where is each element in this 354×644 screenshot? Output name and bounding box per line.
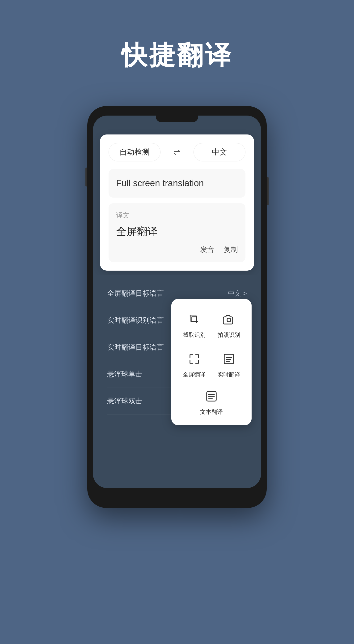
- settings-label-float-double: 悬浮球双击: [107, 396, 143, 406]
- settings-value-fullscreen-target: 中文 >: [228, 289, 247, 298]
- settings-label-realtime-target: 实时翻译目标语言: [107, 342, 164, 352]
- quick-label-camera: 拍照识别: [218, 331, 240, 339]
- quick-item-fullscreen[interactable]: 全屏翻译: [178, 346, 210, 383]
- page-title: 快捷翻译: [121, 38, 233, 73]
- settings-label-fullscreen-target: 全屏翻译目标语言: [107, 288, 164, 298]
- quick-label-crop: 截取识别: [183, 331, 205, 339]
- translation-card: 自动检测 ⇌ 中文 Full screen translation 译文 全屏翻…: [100, 134, 254, 270]
- phone-screen: 自动检测 ⇌ 中文 Full screen translation 译文 全屏翻…: [93, 116, 261, 488]
- copy-button[interactable]: 复制: [224, 245, 238, 254]
- result-label: 译文: [116, 211, 238, 220]
- result-actions: 发音 复制: [116, 245, 238, 254]
- fullscreen-icon: [186, 350, 203, 368]
- phone-btn-right: [267, 177, 269, 205]
- realtime-icon: [220, 350, 237, 368]
- result-area: 译文 全屏翻译 发音 复制: [109, 203, 245, 262]
- svg-rect-2: [224, 354, 234, 364]
- settings-label-float-single: 悬浮球单击: [107, 370, 143, 379]
- text-icon: [203, 388, 220, 405]
- swap-icon[interactable]: ⇌: [170, 147, 184, 157]
- svg-rect-0: [192, 317, 196, 322]
- quick-item-realtime[interactable]: 实时翻译: [213, 346, 245, 383]
- input-text: Full screen translation: [116, 176, 238, 190]
- settings-area: 全屏翻译目标语言 中文 > 实时翻译识别语言 实时翻译目标语言 悬浮球单击 功能…: [93, 275, 261, 488]
- quick-label-text: 文本翻译: [200, 408, 223, 416]
- quick-label-realtime: 实时翻译: [218, 371, 240, 378]
- phone-btn-left: [85, 168, 87, 186]
- camera-icon: [220, 311, 237, 328]
- input-area[interactable]: Full screen translation: [109, 169, 245, 198]
- phone-shell: 自动检测 ⇌ 中文 Full screen translation 译文 全屏翻…: [87, 106, 267, 508]
- quick-label-fullscreen: 全屏翻译: [183, 371, 205, 378]
- language-row: 自动检测 ⇌ 中文: [109, 143, 245, 162]
- quick-item-text[interactable]: 文本翻译: [195, 386, 228, 418]
- quick-actions-panel: 截取识别 拍照识别: [171, 299, 252, 425]
- quick-item-camera[interactable]: 拍照识别: [213, 306, 245, 344]
- phone-notch: [156, 116, 198, 122]
- svg-point-1: [227, 318, 231, 322]
- source-language-button[interactable]: 自动检测: [109, 143, 161, 162]
- settings-label-realtime-source: 实时翻译识别语言: [107, 316, 164, 325]
- result-text: 全屏翻译: [116, 224, 238, 239]
- target-language-button[interactable]: 中文: [193, 143, 245, 162]
- quick-item-crop[interactable]: 截取识别: [178, 306, 210, 344]
- crop-icon: [186, 311, 203, 328]
- pronounce-button[interactable]: 发音: [200, 245, 214, 254]
